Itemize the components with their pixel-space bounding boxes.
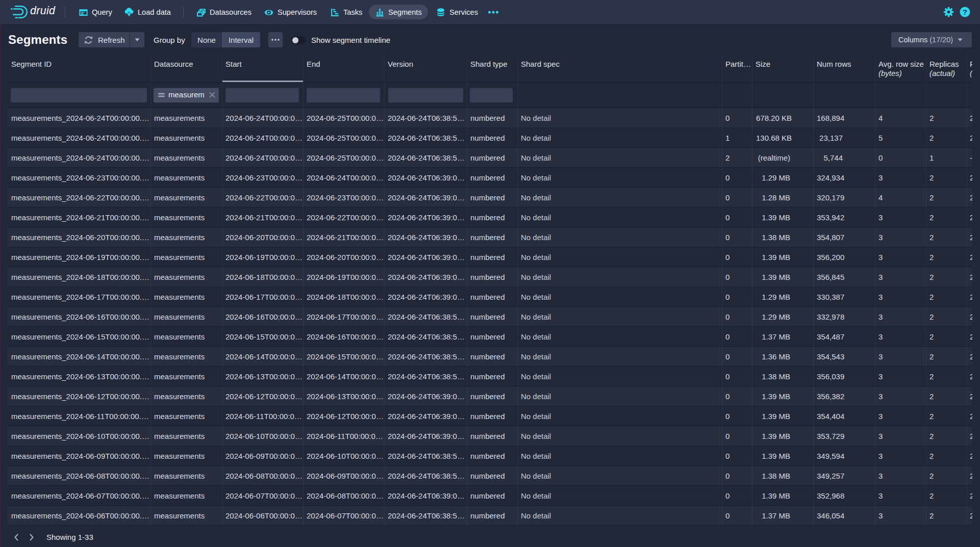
svg-text:?: ? [963,8,967,16]
